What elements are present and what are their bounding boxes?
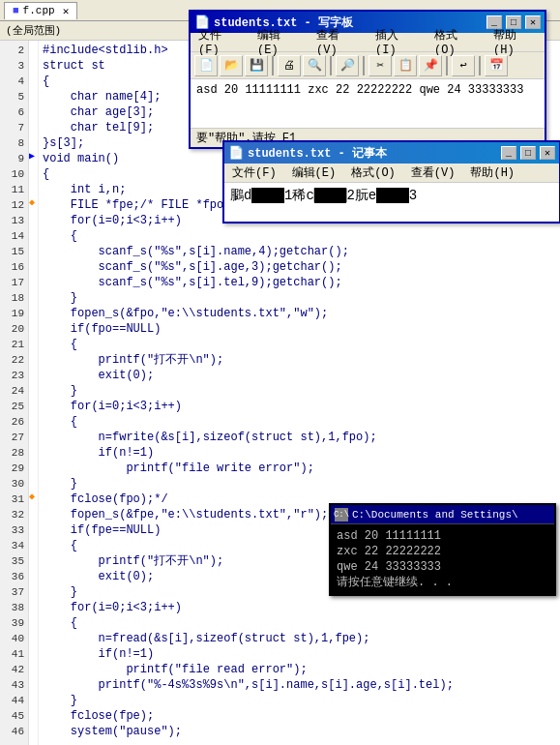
notepad-jb-menu-item[interactable]: 查看(V)	[407, 164, 459, 182]
code-line-40: n=fread(&s[i],sizeof(struct st),1,fpe);	[43, 631, 556, 646]
notepad-jb-content[interactable]: 鵩d████1稀c████2朊e████3	[224, 183, 559, 222]
insert-date-btn[interactable]: 📅	[485, 55, 508, 76]
close-button-jb[interactable]: ✕	[540, 146, 555, 160]
code-line-14: {	[43, 228, 556, 244]
line-num-39: 39	[0, 615, 24, 631]
code-line-23: exit(0);	[43, 368, 556, 383]
line-num-5: 5	[0, 89, 24, 104]
notepad-wx-content[interactable]: asd 20 11111111 zxc 22 22222222 qwe 24 3…	[191, 79, 545, 128]
cmd-line: zxc 22 22222222	[337, 544, 548, 559]
code-line-15: scanf_s("%s",s[i].name,4);getchar();	[43, 244, 556, 259]
line-indicator-44	[29, 691, 39, 706]
cmd-icon: C:\	[335, 508, 348, 522]
line-indicator-23	[29, 366, 39, 381]
notepad-wx-menu-item[interactable]: 插入(I)	[371, 26, 423, 58]
line-num-19: 19	[0, 306, 24, 321]
line-num-27: 27	[0, 430, 24, 445]
print-btn[interactable]: 🖨	[278, 55, 301, 76]
undo-btn[interactable]: ↩	[452, 55, 475, 76]
line-num-10: 10	[0, 166, 24, 182]
notepad-jb-menu-item[interactable]: 格式(O)	[347, 164, 399, 182]
line-num-22: 22	[0, 352, 24, 368]
paste-btn[interactable]: 📌	[419, 55, 442, 76]
notepad-wx-menu-item[interactable]: 帮助(H)	[489, 26, 541, 58]
line-num-30: 30	[0, 476, 24, 492]
notepad-wx-menu-item[interactable]: 文件(F)	[194, 26, 246, 58]
maximize-button-jb[interactable]: □	[520, 146, 536, 160]
line-num-45: 45	[0, 708, 24, 724]
scope-label: (全局范围)	[6, 23, 61, 38]
line-indicator-11	[29, 180, 39, 195]
minimize-button-jb[interactable]: _	[501, 146, 516, 160]
notepad-jb-text: 鵩d████1稀c████2朊e████3	[230, 188, 417, 203]
line-num-38: 38	[0, 600, 24, 615]
copy-btn[interactable]: 📋	[394, 55, 417, 76]
cmd-line: 请按任意键继续. . .	[337, 575, 548, 590]
line-indicator-13	[29, 211, 39, 226]
notepad-jb-window: 📄 students.txt - 记事本 _ □ ✕ 文件(F)编辑(E)格式(…	[222, 140, 560, 224]
line-num-36: 36	[0, 569, 24, 584]
line-indicator-14	[29, 226, 39, 242]
editor-tab-fcpp[interactable]: ■ f.cpp ✕	[4, 2, 77, 19]
line-num-23: 23	[0, 368, 24, 383]
line-num-13: 13	[0, 213, 24, 228]
line-num-46: 46	[0, 724, 24, 739]
line-num-15: 15	[0, 244, 24, 259]
notepad-wx-menubar: 文件(F)编辑(E)查看(V)插入(I)格式(O)帮助(H)	[191, 33, 545, 52]
line-indicator-18	[29, 288, 39, 304]
cut-btn[interactable]: ✂	[368, 55, 392, 76]
line-indicator-20	[29, 319, 39, 335]
notepad-wx-menu-item[interactable]: 查看(V)	[312, 26, 364, 58]
sep3	[363, 56, 365, 75]
line-indicator-15	[29, 242, 39, 257]
tab-label: f.cpp	[23, 5, 55, 16]
code-line-24: }	[43, 383, 556, 399]
notepad-wx-menu-item[interactable]: 格式(O)	[430, 26, 482, 58]
cmd-window: C:\ C:\Documents and Settings\ asd 20 11…	[329, 503, 556, 596]
line-num-44: 44	[0, 693, 24, 708]
code-line-45: fclose(fpe);	[43, 708, 556, 724]
line-numbers: 2345678910111213141516171819202122232425…	[0, 41, 29, 745]
line-num-7: 7	[0, 120, 24, 135]
line-indicator-12: ◆	[29, 195, 39, 211]
new-btn[interactable]: 📄	[194, 55, 218, 76]
line-indicator-43	[29, 675, 39, 691]
sep2	[330, 56, 332, 75]
line-indicator-36	[29, 567, 39, 582]
line-num-32: 32	[0, 507, 24, 522]
line-num-2: 2	[0, 43, 24, 58]
line-indicator-19	[29, 304, 39, 319]
line-indicator-27	[29, 428, 39, 443]
code-line-30: }	[43, 476, 556, 492]
line-num-35: 35	[0, 553, 24, 569]
line-indicator-2	[29, 41, 39, 56]
notepad-wx-menu-item[interactable]: 编辑(E)	[253, 26, 305, 58]
code-line-38: for(i=0;i<3;i++)	[43, 600, 556, 615]
find-btn[interactable]: 🔎	[336, 55, 359, 76]
line-indicator-45	[29, 706, 39, 722]
line-indicator-26	[29, 412, 39, 428]
line-indicator-41	[29, 644, 39, 660]
open-btn[interactable]: 📂	[220, 55, 243, 76]
line-indicator-7	[29, 118, 39, 134]
save-btn[interactable]: 💾	[245, 55, 268, 76]
notepad-jb-menubar: 文件(F)编辑(E)格式(O)查看(V)帮助(H)	[224, 164, 559, 183]
preview-btn[interactable]: 🔍	[303, 55, 326, 76]
code-line-16: scanf_s("%s",s[i].age,3);getchar();	[43, 259, 556, 275]
code-line-18: }	[43, 290, 556, 306]
sep4	[446, 56, 448, 75]
code-line-44: }	[43, 693, 556, 708]
code-line-19: fopen_s(&fpo,"e:\\students.txt","w");	[43, 306, 556, 321]
notepad-jb-title: students.txt - 记事本	[248, 145, 497, 162]
code-line-21: {	[43, 337, 556, 352]
line-indicator-25	[29, 397, 39, 412]
line-indicator-30	[29, 474, 39, 490]
line-num-3: 3	[0, 58, 24, 74]
line-num-17: 17	[0, 275, 24, 290]
notepad-jb-menu-item[interactable]: 文件(F)	[228, 164, 280, 182]
code-line-25: for(i=0;i<3;i++)	[43, 399, 556, 414]
tab-close[interactable]: ✕	[63, 5, 70, 17]
line-indicator-40	[29, 629, 39, 644]
notepad-jb-menu-item[interactable]: 编辑(E)	[288, 164, 340, 182]
notepad-jb-menu-item[interactable]: 帮助(H)	[466, 164, 518, 182]
